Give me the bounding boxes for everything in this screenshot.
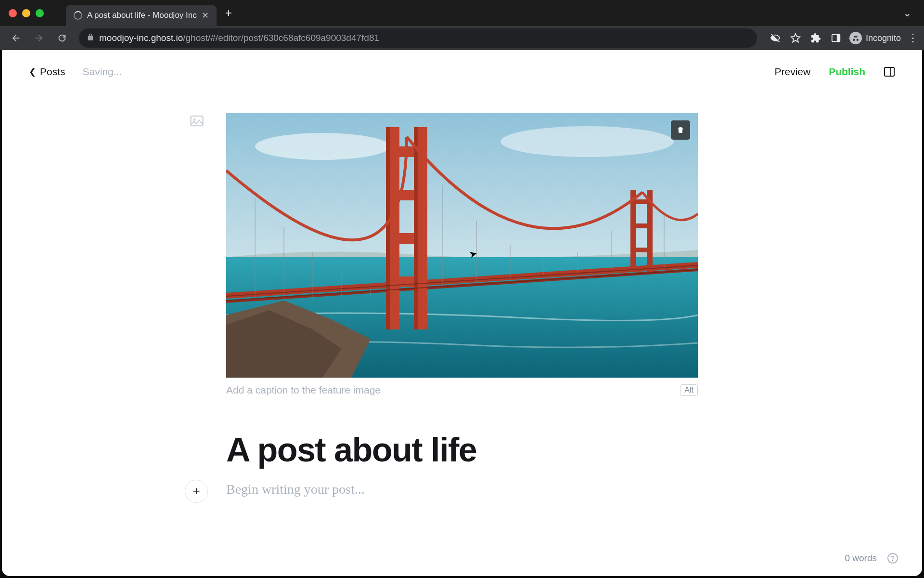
browser-menu-button[interactable]: ⋮: [908, 32, 917, 44]
alt-text-button[interactable]: Alt: [680, 384, 698, 396]
post-body-editor[interactable]: [226, 482, 698, 497]
chevron-down-icon[interactable]: ⌄: [903, 7, 911, 19]
browser-titlebar: A post about life - Moodjoy Inc ✕ + ⌄: [0, 0, 924, 26]
add-card-button[interactable]: +: [185, 480, 208, 503]
svg-rect-2: [885, 67, 894, 76]
star-icon[interactable]: [789, 31, 802, 45]
chevron-left-icon: ❮: [29, 66, 36, 77]
extensions-icon[interactable]: [809, 31, 822, 45]
svg-rect-4: [191, 116, 203, 126]
svg-rect-18: [386, 190, 427, 200]
editor-header: ❮ Posts Saving... Preview Publish: [2, 50, 922, 93]
back-to-posts-link[interactable]: ❮ Posts: [29, 66, 65, 78]
window-controls: [9, 9, 44, 17]
tab-title: A post about life - Moodjoy Inc: [87, 11, 197, 20]
browser-tab-active[interactable]: A post about life - Moodjoy Inc ✕: [66, 5, 217, 26]
preview-button[interactable]: Preview: [774, 66, 810, 78]
window-maximize[interactable]: [36, 9, 44, 17]
post-title-input[interactable]: A post about life: [226, 433, 698, 468]
incognito-badge[interactable]: Incognito: [849, 32, 901, 44]
url-domain: moodjoy-inc.ghost.io: [99, 33, 183, 43]
trash-icon: [676, 126, 685, 134]
feature-image[interactable]: [226, 113, 698, 378]
golden-gate-bridge-image: [226, 113, 698, 378]
svg-rect-22: [414, 127, 418, 329]
feature-image-caption-input[interactable]: [226, 384, 680, 396]
publish-button[interactable]: Publish: [829, 66, 865, 78]
delete-feature-image-button[interactable]: [671, 120, 690, 140]
browser-toolbar: moodjoy-inc.ghost.io/ghost/#/editor/post…: [0, 26, 924, 50]
ghost-editor-viewport: ❮ Posts Saving... Preview Publish: [2, 50, 922, 576]
feature-image-picker-icon[interactable]: [190, 114, 204, 128]
window-close[interactable]: [9, 9, 17, 17]
sidepanel-icon[interactable]: [829, 31, 843, 45]
nav-forward-button[interactable]: [30, 29, 48, 47]
loading-spinner-icon: [74, 11, 82, 20]
incognito-icon: [849, 32, 862, 44]
reload-button[interactable]: [53, 29, 71, 47]
help-button[interactable]: ?: [887, 553, 898, 564]
arrow-left-icon: [11, 33, 21, 43]
back-label: Posts: [40, 66, 65, 78]
save-status: Saving...: [83, 66, 122, 78]
eye-off-icon[interactable]: [769, 31, 782, 45]
arrow-right-icon: [34, 33, 44, 43]
svg-rect-13: [630, 223, 653, 228]
window-minimize[interactable]: [22, 9, 30, 17]
incognito-label: Incognito: [866, 33, 901, 43]
svg-rect-21: [386, 127, 390, 329]
svg-point-7: [255, 133, 390, 160]
url-path: /ghost/#/editor/post/630c68afc609a9003d4…: [183, 33, 379, 43]
close-tab-icon[interactable]: ✕: [202, 10, 209, 21]
settings-panel-toggle[interactable]: [884, 66, 895, 78]
sidepanel-icon: [884, 66, 895, 78]
lock-icon: [87, 33, 94, 43]
svg-rect-19: [386, 233, 427, 244]
svg-point-8: [500, 126, 674, 157]
tab-strip: A post about life - Moodjoy Inc ✕ +: [66, 0, 232, 26]
editor-footer-status: 0 words ?: [845, 553, 898, 564]
svg-rect-14: [630, 248, 653, 252]
new-tab-button[interactable]: +: [225, 6, 232, 20]
svg-point-5: [193, 118, 196, 121]
reload-icon: [57, 33, 67, 43]
address-bar[interactable]: moodjoy-inc.ghost.io/ghost/#/editor/post…: [79, 28, 757, 48]
nav-back-button[interactable]: [7, 29, 25, 47]
word-count: 0 words: [845, 553, 877, 564]
svg-rect-1: [837, 35, 840, 42]
